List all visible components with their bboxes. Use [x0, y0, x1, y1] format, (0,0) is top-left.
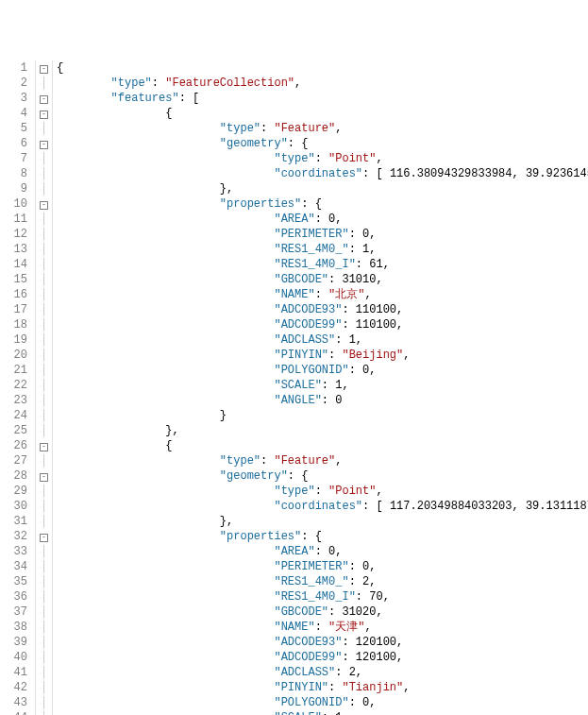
token-key: "ADCODE99"	[274, 651, 342, 664]
token-punct: :	[328, 605, 342, 619]
fold-marker: │	[36, 559, 52, 574]
code-line[interactable]: "GBCODE": 31020,	[57, 604, 588, 620]
line-number: 2	[0, 76, 27, 91]
code-line[interactable]: "geometry": {	[57, 136, 588, 151]
code-line[interactable]: "PINYIN": "Tianjin",	[57, 680, 588, 695]
fold-marker[interactable]: -	[36, 196, 52, 212]
code-line[interactable]: "RES1_4M0_": 2,	[57, 574, 588, 589]
code-line[interactable]: "type": "Point",	[57, 484, 588, 499]
code-line[interactable]: "SCALE": 1,	[57, 710, 588, 715]
token-punct: ,	[342, 711, 348, 715]
fold-marker[interactable]: -	[36, 60, 52, 76]
code-line[interactable]: "PERIMETER": 0,	[57, 227, 588, 242]
code-line[interactable]: "properties": {	[57, 196, 588, 212]
fold-marker: │	[36, 544, 52, 559]
code-line[interactable]: },	[57, 514, 588, 529]
code-line[interactable]: "ADCODE93": 120100,	[57, 635, 588, 650]
fold-collapse-icon[interactable]: -	[40, 443, 48, 451]
fold-marker[interactable]: -	[36, 106, 52, 121]
code-line[interactable]: "GBCODE": 31010,	[57, 272, 588, 287]
line-number: 33	[0, 544, 27, 559]
code-line[interactable]: "ADCLASS": 1,	[57, 332, 588, 348]
code-line[interactable]: },	[57, 423, 588, 438]
fold-marker[interactable]: -	[36, 529, 52, 544]
fold-marker[interactable]: -	[36, 136, 52, 151]
code-line[interactable]: "PERIMETER": 0,	[57, 559, 588, 574]
token-num: 1	[349, 333, 356, 347]
code-content[interactable]: { "type": "FeatureCollection", "features…	[53, 60, 588, 715]
token-punct: :	[356, 258, 369, 271]
code-line[interactable]: "type": "Point",	[57, 151, 588, 166]
fold-marker: │	[36, 499, 52, 514]
code-line[interactable]: "RES1_4M0_": 1,	[57, 242, 588, 257]
code-line[interactable]: "ADCLASS": 2,	[57, 665, 588, 680]
fold-collapse-icon[interactable]: -	[40, 534, 48, 542]
code-line[interactable]: {	[57, 106, 588, 121]
fold-marker[interactable]: -	[36, 91, 52, 106]
token-punct: ,	[376, 273, 382, 286]
fold-collapse-icon[interactable]: -	[40, 65, 48, 74]
token-brace: {	[57, 61, 63, 75]
code-line[interactable]: "AREA": 0,	[57, 212, 588, 227]
token-punct: :	[349, 696, 362, 709]
token-punct: :	[349, 575, 362, 588]
code-line[interactable]: "type": "Feature",	[57, 121, 588, 136]
fold-marker[interactable]: -	[36, 438, 52, 453]
fold-collapse-icon[interactable]: -	[40, 95, 48, 104]
code-line[interactable]: "NAME": "天津",	[57, 620, 588, 635]
code-line[interactable]: "geometry": {	[57, 468, 588, 484]
code-line[interactable]: "POLYGONID": 0,	[57, 695, 588, 710]
code-line[interactable]: "SCALE": 1,	[57, 378, 588, 393]
code-line[interactable]: "coordinates": [ 117.20349884033203, 39.…	[57, 499, 588, 514]
fold-collapse-icon[interactable]: -	[40, 141, 48, 149]
code-line[interactable]: },	[57, 181, 588, 196]
token-key: "AREA"	[274, 213, 314, 226]
token-str: "北京"	[328, 288, 364, 301]
code-line[interactable]: "NAME": "北京",	[57, 287, 588, 302]
token-punct: :	[315, 152, 328, 165]
fold-marker: │	[36, 212, 52, 227]
token-num: 120100	[356, 651, 396, 664]
fold-marker: │	[36, 423, 52, 438]
token-str: "Beijing"	[342, 349, 403, 362]
line-number: 20	[0, 348, 27, 363]
token-num: 120100	[356, 636, 396, 649]
code-line[interactable]: "ADCODE99": 110100,	[57, 317, 588, 332]
token-key: "GBCODE"	[274, 273, 328, 286]
token-punct: ,	[369, 243, 376, 256]
line-number-gutter: 1234567891011121314151617181920212223242…	[0, 60, 36, 715]
token-num: 110100	[356, 318, 396, 332]
code-line[interactable]: "RES1_4M0_I": 61,	[57, 257, 588, 272]
code-line[interactable]: "properties": {	[57, 529, 588, 544]
fold-collapse-icon[interactable]: -	[40, 473, 48, 482]
code-line[interactable]: "POLYGONID": 0,	[57, 363, 588, 378]
token-key: "PERIMETER"	[274, 560, 348, 573]
code-line[interactable]: "AREA": 0,	[57, 544, 588, 559]
code-editor: 1234567891011121314151617181920212223242…	[0, 60, 588, 715]
code-line[interactable]: "type": "FeatureCollection",	[57, 76, 588, 91]
code-line[interactable]: "type": "Feature",	[57, 453, 588, 468]
code-line[interactable]: "features": [	[57, 91, 588, 106]
line-number: 29	[0, 484, 27, 499]
code-line[interactable]: "coordinates": [ 116.38094329833984, 39.…	[57, 166, 588, 181]
code-line[interactable]: {	[57, 438, 588, 453]
token-key: "AREA"	[274, 545, 314, 558]
token-num: 61	[369, 258, 382, 271]
token-num: 31010	[342, 273, 376, 286]
fold-marker: │	[36, 272, 52, 287]
code-line[interactable]: "PINYIN": "Beijing",	[57, 348, 588, 363]
code-line[interactable]: "RES1_4M0_I": 70,	[57, 589, 588, 604]
code-line[interactable]: }	[57, 408, 588, 423]
code-line[interactable]: {	[57, 60, 588, 76]
line-number: 10	[0, 196, 27, 212]
code-line[interactable]: "ADCODE93": 110100,	[57, 302, 588, 317]
token-punct: ,	[335, 545, 342, 558]
code-line[interactable]: "ADCODE99": 120100,	[57, 650, 588, 665]
fold-marker[interactable]: -	[36, 468, 52, 484]
fold-collapse-icon[interactable]: -	[40, 201, 48, 210]
code-line[interactable]: "ANGLE": 0	[57, 393, 588, 408]
token-punct: : {	[288, 469, 309, 483]
token-key: "geometry"	[220, 137, 288, 150]
fold-collapse-icon[interactable]: -	[40, 111, 48, 119]
token-punct: :	[322, 711, 335, 715]
